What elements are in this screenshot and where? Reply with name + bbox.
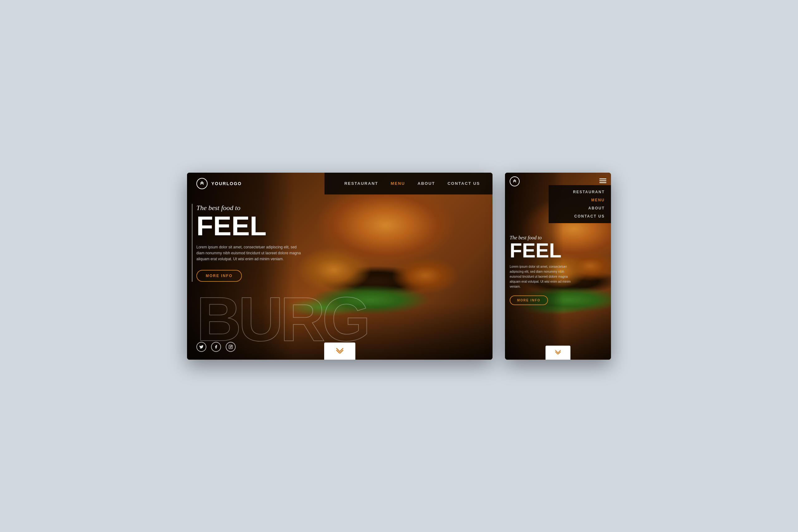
- facebook-icon[interactable]: [211, 342, 221, 352]
- mobile-hero-description: Lorem ipsum dolor sit amet, consectetuer…: [510, 264, 572, 289]
- hero-title: FEEL: [196, 213, 302, 238]
- instagram-icon[interactable]: [226, 342, 236, 352]
- svg-rect-0: [229, 345, 232, 349]
- logo-icon: [196, 178, 208, 189]
- svg-point-1: [230, 346, 232, 347]
- border-accent: [192, 204, 193, 282]
- nav-item-menu[interactable]: MENU: [391, 181, 405, 186]
- chevron-down-icon: [336, 347, 344, 355]
- mobile-hero-content: The best food to FEEL Lorem ipsum dolor …: [510, 235, 572, 305]
- hero-content: The best food to FEEL Lorem ipsum dolor …: [196, 204, 302, 282]
- social-icons: [196, 342, 236, 352]
- mobile-mockup: RESTAURANT MENU ABOUT CONTACT US The bes…: [505, 173, 611, 360]
- mobile-logo[interactable]: [510, 176, 520, 186]
- mobile-nav: RESTAURANT MENU ABOUT CONTACT US: [549, 185, 611, 223]
- scroll-button[interactable]: [324, 343, 355, 360]
- mobile-more-info-button[interactable]: MORE INFO: [510, 296, 548, 305]
- svg-point-2: [232, 346, 232, 346]
- mobile-nav-restaurant[interactable]: RESTAURANT: [555, 190, 605, 194]
- hamburger-menu-icon[interactable]: [600, 178, 606, 185]
- desktop-mockup: BURG YOURLOGO RESTAURANT MENU ABOUT CONT…: [187, 173, 493, 360]
- logo-text: YOURLOGO: [211, 181, 242, 186]
- mobile-nav-menu[interactable]: MENU: [555, 198, 605, 202]
- page-container: BURG YOURLOGO RESTAURANT MENU ABOUT CONT…: [168, 148, 630, 385]
- more-info-button[interactable]: MORE INFO: [196, 270, 242, 282]
- nav-item-about[interactable]: ABOUT: [418, 181, 435, 186]
- mobile-scroll-button[interactable]: [546, 346, 570, 360]
- desktop-nav: RESTAURANT MENU ABOUT CONTACT US: [324, 173, 493, 194]
- mobile-chevron-down-icon: [554, 349, 562, 356]
- hero-description: Lorem ipsum dolor sit amet, consectetuer…: [196, 244, 302, 262]
- mobile-nav-about[interactable]: ABOUT: [555, 206, 605, 210]
- mobile-logo-icon: [510, 176, 520, 186]
- nav-item-restaurant[interactable]: RESTAURANT: [344, 181, 378, 186]
- mobile-hero-title: FEEL: [510, 242, 572, 260]
- logo[interactable]: YOURLOGO: [187, 173, 242, 194]
- nav-item-contact[interactable]: CONTACT US: [448, 181, 480, 186]
- twitter-icon[interactable]: [196, 342, 206, 352]
- mobile-nav-contact[interactable]: CONTACT US: [555, 214, 605, 218]
